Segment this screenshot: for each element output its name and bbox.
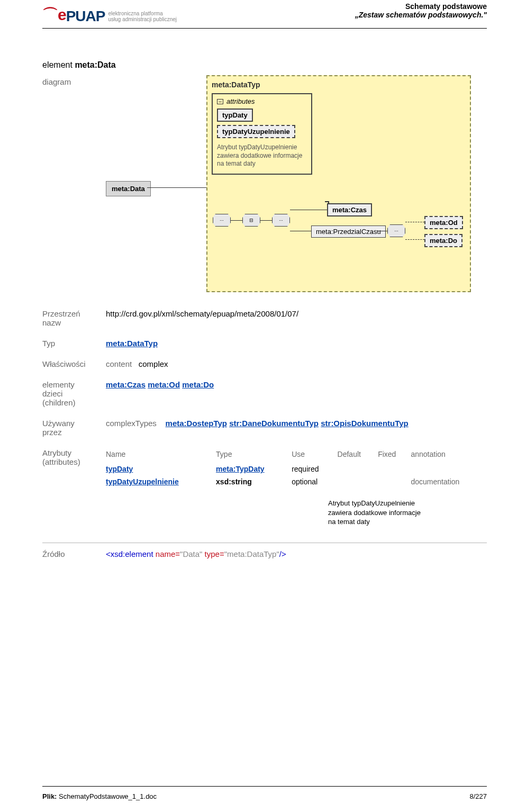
label-source: Źródło	[42, 549, 90, 558]
attributes-box: – attributes typDaty typDatyUzupelnienie…	[212, 93, 312, 175]
page-header: ⌒e PUAP elektroniczna platforma usług ad…	[42, 0, 487, 29]
col-type: Type	[216, 448, 292, 463]
usedby-link[interactable]: str:DaneDokumentuTyp	[229, 419, 319, 428]
schema-diagram: meta:Data meta:DataTyp – attributes typD…	[106, 75, 487, 297]
child-link[interactable]: meta:Czas	[106, 380, 146, 389]
attr-name-link[interactable]: typDatyUzupelnienie	[106, 477, 179, 486]
attributes-table: Name Type Use Default Fixed annotation t…	[106, 448, 487, 488]
attr-annotation: documentation	[411, 475, 487, 488]
row-children: elementy dzieci (children) meta:Czas met…	[42, 380, 487, 407]
attr-typdatyuzup: typDatyUzupelnienie	[217, 125, 295, 138]
col-default: Default	[338, 448, 378, 463]
node-meta-data: meta:Data	[106, 181, 151, 196]
connector-line	[147, 187, 206, 188]
header-title-2: „Zestaw schematów podstawowych."	[355, 11, 487, 19]
row-properties: Właściwości content complex	[42, 359, 487, 368]
attr-typdaty: typDaty	[217, 109, 253, 122]
logo-text: PUAP	[66, 8, 105, 25]
logo-block: ⌒e PUAP elektroniczna platforma usług ad…	[42, 0, 177, 27]
complex-type-box: meta:DataTyp – attributes typDaty typDat…	[206, 75, 471, 292]
label-usedby: Używany przez	[42, 419, 90, 437]
label-namespace: Przestrzeń nazw	[42, 309, 90, 327]
prop-key: content	[106, 359, 132, 368]
footer-line	[42, 786, 487, 787]
node-meta-od: meta:Od	[424, 216, 463, 229]
prop-val: complex	[139, 359, 168, 368]
connector-line	[377, 231, 387, 231]
usedby-link[interactable]: str:OpisDokumentuTyp	[321, 419, 409, 428]
connector-line	[405, 239, 424, 240]
label-properties: Właściwości	[42, 359, 90, 368]
row-type: Typ meta:DataTyp	[42, 339, 487, 348]
sequence-icon: ···	[387, 224, 405, 237]
col-name: Name	[106, 448, 216, 463]
header-right: Schematy podstawowe „Zestaw schematów po…	[355, 0, 487, 19]
table-row: typDaty meta:TypDaty required	[106, 463, 487, 475]
complex-type-title: meta:DataTyp	[212, 80, 466, 89]
source-xml: <xsd:element name="Data" type="meta:Data…	[106, 549, 487, 558]
col-fixed: Fixed	[378, 448, 411, 463]
attr-type-link[interactable]: meta:TypDaty	[216, 465, 265, 473]
tick-icon	[325, 201, 329, 204]
row-attributes: Atrybuty (attributes) Name Type Use Defa…	[42, 448, 487, 488]
row-usedby: Używany przez complexTypes meta:DostepTy…	[42, 419, 487, 437]
page-number: 8/227	[469, 792, 487, 800]
attr-name-link[interactable]: typDaty	[106, 465, 133, 473]
table-header-row: Name Type Use Default Fixed annotation	[106, 448, 487, 463]
collapse-icon: –	[217, 99, 223, 104]
label-diagram: diagram	[42, 75, 90, 86]
connector-line	[405, 222, 424, 222]
logo-arc-icon: ⌒e	[42, 4, 66, 26]
connector-line	[231, 220, 242, 221]
section-title: element meta:Data	[42, 60, 487, 70]
node-meta-do: meta:Do	[424, 234, 462, 247]
table-row: typDatyUzupelnienie xsd:string optional …	[106, 475, 487, 488]
node-przedzial: meta:PrzedzialCzasu	[311, 225, 386, 238]
sequence-icon: ···	[272, 214, 290, 227]
usedby-key: complexTypes	[106, 419, 157, 428]
attr-note: Atrybut typDatyUzupelnienie zawiera doda…	[217, 143, 307, 168]
col-annotation: annotation	[411, 448, 487, 463]
logo-icon: ⌒e PUAP	[42, 5, 105, 27]
child-link[interactable]: meta:Od	[148, 380, 180, 389]
header-title-1: Schematy podstawowe	[355, 2, 487, 11]
type-link[interactable]: meta:DataTyp	[106, 339, 158, 348]
documentation-note: Atrybut typDatyUzupelnienie zawiera doda…	[42, 499, 423, 527]
attr-type: xsd:string	[216, 477, 252, 486]
namespace-value: http://crd.gov.pl/xml/schematy/epuap/met…	[106, 309, 487, 327]
choice-icon: ⊟	[242, 214, 260, 227]
page: ⌒e PUAP elektroniczna platforma usług ad…	[0, 0, 508, 812]
usedby-link[interactable]: meta:DostepTyp	[166, 419, 227, 428]
node-meta-czas: meta:Czas	[327, 203, 372, 216]
footer-file: Plik: SchematyPodstawowe_1_1.doc	[42, 792, 157, 800]
row-source: Źródło <xsd:element name="Data" type="me…	[42, 543, 487, 558]
attr-use: optional	[292, 475, 337, 488]
col-use: Use	[292, 448, 337, 463]
page-footer: Plik: SchematyPodstawowe_1_1.doc 8/227	[42, 792, 487, 800]
connector-line	[290, 210, 327, 210]
child-link[interactable]: meta:Do	[182, 380, 214, 389]
label-attributes: Atrybuty (attributes)	[42, 448, 90, 488]
diagram-row: diagram meta:Data meta:DataTyp – attribu…	[42, 75, 487, 297]
children-links: meta:Czas meta:Od meta:Do	[106, 380, 487, 407]
logo-subtitle: elektroniczna platforma usług administra…	[108, 11, 177, 22]
row-namespace: Przestrzeń nazw http://crd.gov.pl/xml/sc…	[42, 309, 487, 327]
connector-line	[290, 231, 311, 231]
connector-line	[260, 220, 272, 221]
attributes-head: – attributes	[217, 97, 307, 105]
sequence-icon: ···	[213, 214, 231, 227]
label-children: elementy dzieci (children)	[42, 380, 90, 407]
label-type: Typ	[42, 339, 90, 348]
attr-use: required	[292, 463, 337, 475]
